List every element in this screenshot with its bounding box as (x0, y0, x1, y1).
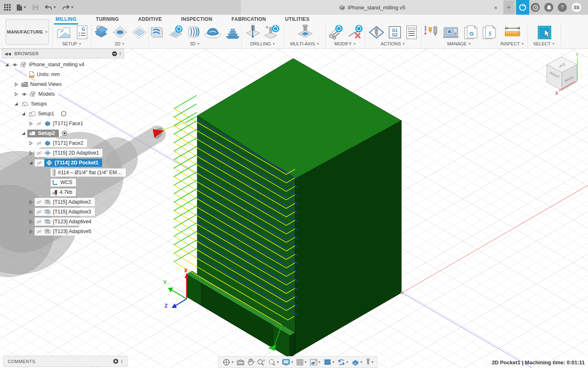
toolpath-steps-icon[interactable]: ▼ (322, 359, 336, 366)
tab-fabrication[interactable]: FABRICATION (231, 15, 267, 24)
browser-node-4-7kb[interactable]: 4.7kb (51, 188, 76, 196)
browser-row-iphone-stand-milling-v4[interactable]: iPhone_stand_milling v4 (2, 60, 124, 70)
browser-row-setup1[interactable]: Setup1 (2, 109, 124, 119)
tab-inspection[interactable]: INSPECTION (180, 15, 213, 24)
group-label-modify[interactable]: MODIFY▼ (334, 40, 356, 47)
adaptive-2d-icon[interactable] (111, 24, 129, 40)
browser-node-units-mm[interactable]: Units: mm (27, 70, 63, 79)
group-label-3d[interactable]: 3D▼ (190, 40, 200, 47)
new-tab-button[interactable]: + (503, 1, 514, 14)
browser-row-t115-adaptive2[interactable]: [T115] Adaptive2 (2, 197, 124, 207)
tool-visibility-icon[interactable]: ▼ (364, 358, 375, 366)
browser-row-t171-face2[interactable]: [T171] Face2 (2, 138, 124, 148)
comments-panel[interactable]: COMMENTS ‖ (3, 356, 127, 367)
display-settings-icon[interactable]: ▼ (281, 359, 295, 366)
browser-row-models[interactable]: Models (2, 89, 124, 99)
visibility-eye-icon[interactable] (36, 141, 42, 146)
group-label-select[interactable]: SELECT▼ (533, 40, 555, 47)
zoom-icon[interactable]: ± (256, 358, 267, 366)
expand-arrow-icon[interactable] (28, 210, 33, 214)
browser-node-t171-face1[interactable]: [T171] Face1 (35, 119, 87, 128)
group-label-2d[interactable]: 2D▼ (115, 40, 125, 47)
group-label-manage[interactable]: MANAGE▼ (447, 40, 471, 47)
collapse-arrow-icon[interactable] (13, 102, 19, 106)
collapse-arrow-icon[interactable] (28, 161, 33, 165)
selection-icon[interactable] (536, 24, 553, 40)
browser-node-t115-2d-adaptive1[interactable]: [T115] 2D Adaptive1 (35, 149, 102, 157)
browser-row-t123-adaptive5[interactable]: [T123] Adaptive5 (2, 227, 124, 236)
file-menu-icon[interactable] (16, 4, 27, 11)
visibility-eye-icon[interactable] (12, 62, 18, 67)
expand-arrow-icon[interactable] (13, 92, 19, 96)
browser-row-114-1-4-flat-1-4-em[interactable]: #114 – Ø1/4" flat (1/4" EM… (2, 168, 124, 177)
drill-icon[interactable] (245, 24, 261, 40)
help-icon[interactable]: ? (558, 3, 567, 12)
g1g2-icon[interactable]: G1G2 (387, 24, 403, 40)
browser-node-t114-2d-pocket1[interactable]: [T114] 2D Pocket1 (45, 159, 102, 167)
extensions-button[interactable] (516, 0, 529, 15)
browser-row-wcs[interactable]: WCS (2, 177, 124, 187)
active-setup-radio[interactable] (62, 130, 67, 136)
tab-turning[interactable]: TURNING (95, 15, 120, 24)
expand-arrow-icon[interactable] (13, 82, 19, 87)
visibility-eye-icon[interactable] (36, 121, 42, 126)
look-at-icon[interactable] (235, 359, 246, 366)
expand-arrow-icon[interactable] (28, 229, 33, 234)
browser-node-t123-adaptive4[interactable]: [T123] Adaptive4 (35, 218, 95, 226)
browser-row-4-7kb[interactable]: 4.7kb (2, 187, 124, 197)
browser-row-named-views[interactable]: Named Views (2, 79, 124, 89)
browser-node-114-1-4-flat-1-4-em[interactable]: #114 – Ø1/4" flat (1/4" EM… (51, 168, 126, 177)
job-status-icon[interactable] (531, 3, 540, 12)
trim-toolpath-icon[interactable] (326, 24, 344, 40)
expand-arrow-icon[interactable] (28, 121, 33, 126)
pocket-2d-icon[interactable] (131, 24, 148, 40)
panel-grip[interactable]: ‖ (119, 51, 121, 56)
pan-icon[interactable] (246, 358, 256, 366)
undo-icon[interactable] (45, 4, 56, 10)
refresh-icon[interactable]: ▼ (336, 359, 350, 366)
view-cube[interactable]: TOPRIGHTBACKYX (547, 53, 579, 96)
visibility-eye-icon[interactable] (36, 209, 42, 215)
browser-row-t114-2d-pocket1[interactable]: [T114] 2D Pocket1 (2, 158, 124, 168)
multi-axis-icon[interactable] (296, 24, 314, 40)
panel-grip[interactable]: ‖ (121, 359, 123, 364)
orbit-icon[interactable]: ▼ (221, 358, 235, 366)
spiral-3d-icon[interactable] (224, 24, 242, 40)
operation-list-icon[interactable] (405, 24, 419, 40)
delete-toolpath-icon[interactable] (346, 24, 364, 40)
active-setup-radio[interactable] (61, 111, 67, 117)
grid-settings-icon[interactable]: ▼ (295, 359, 308, 366)
browser-node-setup1[interactable]: Setup1 (27, 110, 58, 118)
document-tab[interactable]: iPhone_stand_milling v5 × (240, 0, 504, 15)
nc-program-icon[interactable]: G (75, 24, 89, 40)
expand-arrow-icon[interactable] (28, 200, 33, 204)
measure-icon[interactable] (502, 24, 523, 40)
drill-extension-icon[interactable]: + (263, 24, 281, 40)
add-comment-icon[interactable] (113, 359, 118, 364)
fit-icon[interactable]: ▼ (267, 358, 281, 366)
visibility-eye-icon[interactable] (35, 159, 44, 166)
expand-arrow-icon[interactable] (28, 151, 33, 155)
workspace-selector[interactable]: MANUFACTURE ▼ (6, 19, 49, 45)
visibility-eye-icon[interactable] (36, 229, 42, 234)
save-icon[interactable] (32, 4, 39, 11)
browser-row-t171-face1[interactable]: [T171] Face1 (2, 119, 124, 128)
post-library-icon[interactable]: G (462, 24, 479, 40)
browser-row-t123-adaptive4[interactable]: [T123] Adaptive4 (2, 217, 124, 227)
minimize-browser-icon[interactable] (112, 51, 117, 56)
expand-arrow-icon[interactable] (28, 220, 33, 224)
browser-header[interactable]: ◀◀ BROWSER ‖ (2, 49, 124, 58)
browser-row-setup2[interactable]: Setup2 (2, 128, 124, 138)
tab-utilities[interactable]: UTILITIES (284, 15, 310, 24)
dome-3d-icon[interactable] (204, 24, 222, 40)
browser-node-t115-adaptive3[interactable]: [T115] Adaptive3 (35, 208, 95, 216)
redo-icon[interactable] (62, 4, 74, 10)
browser-node-named-views[interactable]: Named Views (20, 81, 65, 88)
browser-row-t115-adaptive3[interactable]: [T115] Adaptive3 (2, 207, 124, 217)
collapse-arrow-icon[interactable] (21, 112, 26, 116)
browser-node-t171-face2[interactable]: [T171] Face2 (35, 139, 87, 147)
collapse-panel-icon[interactable]: ◀◀ (4, 52, 11, 56)
viewports-icon[interactable]: ▼ (308, 359, 322, 366)
browser-node-models[interactable]: Models (20, 90, 58, 99)
group-label-multi-axis[interactable]: MULTI-AXIS▼ (290, 40, 320, 47)
